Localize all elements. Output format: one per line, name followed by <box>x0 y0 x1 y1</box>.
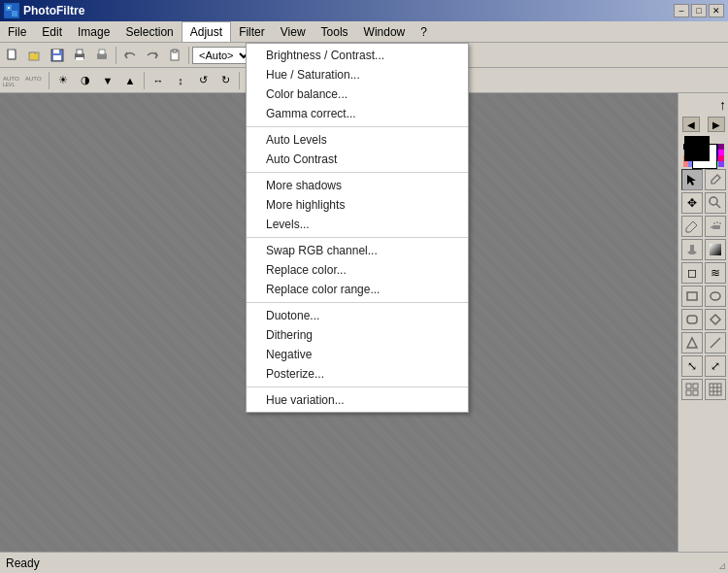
menu-bar: File Edit Image Selection Adjust Filter … <box>0 21 728 43</box>
grid2-tool[interactable] <box>705 379 726 400</box>
menu-edit[interactable]: Edit <box>34 21 70 42</box>
menu-filter[interactable]: Filter <box>231 21 273 42</box>
airbrush-tool[interactable] <box>705 216 726 237</box>
separator-1 <box>247 126 468 127</box>
zoom-select[interactable]: <Auto> 25% 50% 75% 100% 200% <box>192 47 252 64</box>
rotate-right-btn[interactable]: ↻ <box>215 70 236 91</box>
bucket-tool[interactable] <box>681 239 703 260</box>
menu-help[interactable]: ? <box>413 21 435 42</box>
brightness-btn[interactable]: ☀ <box>52 70 74 91</box>
rounded-rect-tool[interactable] <box>681 309 703 330</box>
redo-button[interactable] <box>142 45 163 66</box>
menu-swap-rgb[interactable]: Swap RGB channel... <box>247 241 468 260</box>
menu-color-balance[interactable]: Color balance... <box>247 84 468 104</box>
svg-rect-52 <box>686 384 691 388</box>
clipboard-button[interactable] <box>164 45 185 66</box>
menu-file[interactable]: File <box>0 21 34 42</box>
toolbar-sep-1 <box>116 47 116 64</box>
undo-button[interactable] <box>119 45 141 66</box>
menu-levels[interactable]: Levels... <box>247 215 468 234</box>
svg-rect-10 <box>77 50 83 54</box>
status-text: Ready <box>6 556 40 570</box>
menu-hue-saturation[interactable]: Hue / Saturation... <box>247 65 468 84</box>
triangle-tool[interactable] <box>681 332 703 354</box>
toolbar-sep-2 <box>188 47 189 64</box>
line-tool[interactable] <box>705 332 726 354</box>
menu-duotone[interactable]: Duotone... <box>247 306 468 325</box>
menu-adjust[interactable]: Adjust <box>182 21 231 42</box>
menu-replace-color[interactable]: Replace color... <box>247 260 468 280</box>
resize-grip: ⊿ <box>718 560 726 571</box>
open-button[interactable] <box>24 45 46 66</box>
menu-hue-variation[interactable]: Hue variation... <box>247 390 468 410</box>
tool-row-5: ◻ ≋ <box>681 262 726 284</box>
close-button[interactable]: ✕ <box>709 4 724 17</box>
auto-levels-btn[interactable]: AUTOLEVL <box>2 70 23 91</box>
menu-brightness-contrast[interactable]: Brightness / Contrast... <box>247 46 468 65</box>
toolbar2-sep-1 <box>49 72 50 89</box>
svg-rect-55 <box>693 390 698 395</box>
flip-v-btn[interactable]: ↕ <box>170 70 191 91</box>
smudge-tool[interactable]: ≋ <box>705 262 726 284</box>
app-title: PhotoFiltre <box>23 4 84 17</box>
contrast-btn[interactable]: ◑ <box>75 70 96 91</box>
rect-tool[interactable] <box>681 286 703 307</box>
svg-rect-48 <box>687 292 697 300</box>
menu-negative[interactable]: Negative <box>247 345 468 364</box>
menu-wrapper: File Edit Image Selection Adjust Filter … <box>0 21 728 43</box>
menu-auto-contrast[interactable]: Auto Contrast <box>247 150 468 169</box>
pencil-tool[interactable] <box>681 216 703 237</box>
menu-posterize[interactable]: Posterize... <box>247 364 468 384</box>
highlights-btn[interactable]: ▲ <box>119 70 141 91</box>
rotate-left-btn[interactable]: ↺ <box>192 70 214 91</box>
auto-btn2[interactable]: AUTO <box>24 70 46 91</box>
menu-gamma-correct[interactable]: Gamma correct... <box>247 104 468 123</box>
zoom-tool[interactable] <box>705 192 726 214</box>
menu-more-shadows[interactable]: More shadows <box>247 176 468 195</box>
tool-row-3 <box>681 216 726 237</box>
transform-tool[interactable]: ⤢ <box>705 355 726 377</box>
print2-button[interactable] <box>91 45 113 66</box>
tool-row-8 <box>681 332 726 354</box>
menu-window[interactable]: Window <box>356 21 414 42</box>
gradient-tool[interactable] <box>705 239 726 260</box>
select-tool[interactable] <box>681 169 703 190</box>
svg-rect-50 <box>687 316 697 323</box>
ellipse-tool[interactable] <box>705 286 726 307</box>
menu-more-highlights[interactable]: More highlights <box>247 195 468 215</box>
svg-rect-56 <box>710 384 721 395</box>
move-tool[interactable]: ✥ <box>681 192 703 214</box>
scroll-left-button[interactable]: ◀ <box>682 117 700 132</box>
scroll-right-button[interactable]: ▶ <box>708 117 725 132</box>
flip-h-btn[interactable]: ↔ <box>148 70 169 91</box>
svg-line-51 <box>711 338 720 348</box>
minimize-button[interactable]: – <box>674 4 689 17</box>
svg-rect-2 <box>12 11 17 17</box>
palette-color[interactable] <box>718 161 723 167</box>
shadows-btn[interactable]: ▼ <box>97 70 118 91</box>
menu-replace-color-range[interactable]: Replace color range... <box>247 280 468 299</box>
status-bar: Ready ⊿ <box>0 552 728 573</box>
svg-point-45 <box>716 221 718 223</box>
menu-auto-levels[interactable]: Auto Levels <box>247 130 468 150</box>
save-button[interactable] <box>47 45 68 66</box>
title-bar-left: PhotoFiltre <box>4 3 84 18</box>
menu-view[interactable]: View <box>273 21 314 42</box>
move2-tool[interactable]: ⤡ <box>681 355 703 377</box>
print-button[interactable] <box>69 45 90 66</box>
eraser-tool[interactable]: ◻ <box>681 262 703 284</box>
scroll-up-icon[interactable]: ↑ <box>719 97 726 113</box>
svg-point-38 <box>717 175 719 177</box>
menu-tools[interactable]: Tools <box>314 21 356 42</box>
maximize-button[interactable]: □ <box>691 4 707 17</box>
svg-rect-13 <box>99 50 105 54</box>
toolbar2-sep-2 <box>144 72 145 89</box>
diamond-tool[interactable] <box>705 309 726 330</box>
foreground-color[interactable] <box>684 136 710 161</box>
eyedropper-tool[interactable] <box>705 169 726 190</box>
menu-image[interactable]: Image <box>70 21 117 42</box>
grid-tool[interactable] <box>681 379 703 400</box>
menu-selection[interactable]: Selection <box>117 21 181 42</box>
menu-dithering[interactable]: Dithering <box>247 325 468 345</box>
new-button[interactable] <box>2 45 23 66</box>
